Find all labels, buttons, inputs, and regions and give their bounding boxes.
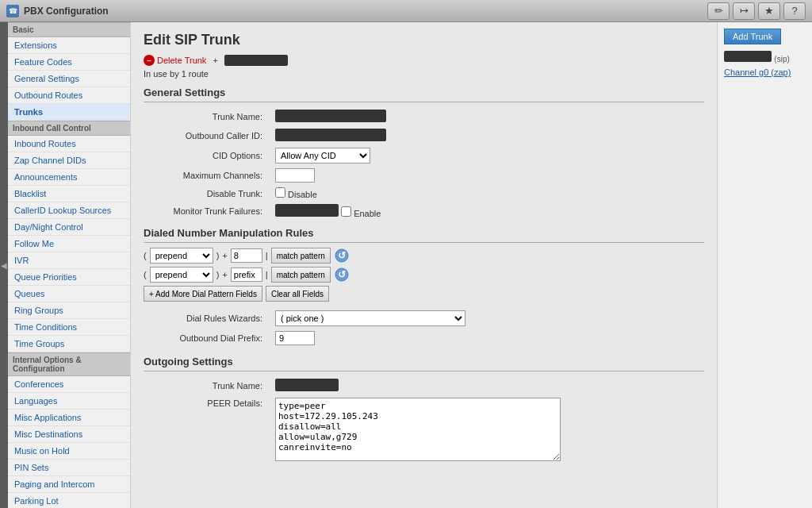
outgoing-settings-table: Trunk Name: PEER Details: (144, 376, 704, 465)
trunk-name-redacted (224, 55, 288, 66)
trunk-zap-link[interactable]: Channel g0 (zap) (724, 67, 806, 77)
sidebar-item-misc-applications[interactable]: Misc Applications (8, 410, 130, 426)
sidebar-item-pin-sets[interactable]: PIN Sets (8, 460, 130, 476)
sidebar-item-feature-codes[interactable]: Feature Codes (8, 54, 130, 71)
in-use-text: In use by 1 route (144, 69, 704, 79)
sidebar-item-zap-channel-dids[interactable]: Zap Channel DIDs (8, 152, 130, 169)
sidebar-section-internal: Internal Options & Configuration (8, 352, 130, 376)
outbound-cid-value-redacted (275, 129, 386, 141)
rule1-plus: + (222, 251, 227, 260)
trunk-name-value-redacted (275, 110, 386, 122)
sidebar-item-conferences[interactable]: Conferences (8, 376, 130, 393)
sidebar-item-paging-intercom[interactable]: Paging and Intercom (8, 476, 130, 493)
dial-rules-table: Dial Rules Wizards: ( pick one ) Outboun… (144, 308, 704, 348)
rule1-match-pattern-btn[interactable]: match pattern (271, 248, 331, 264)
dial-rule-2: ( prepend prefix match pattern ) + | mat… (144, 267, 704, 283)
delete-trunk-label: Delete Trunk (157, 56, 206, 65)
disable-trunk-row: Disable Trunk: Disable (144, 185, 704, 202)
outbound-cid-row: Outbound Caller ID: (144, 126, 704, 145)
sidebar-item-trunks[interactable]: Trunks (8, 104, 130, 121)
sidebar-item-outbound-routes[interactable]: Outbound Routes (8, 87, 130, 104)
rule2-value-input[interactable] (231, 267, 262, 282)
page-title: Edit SIP Trunk (144, 32, 704, 48)
disable-trunk-check-label: Disable (288, 190, 317, 199)
rule1-close-paren: ) (216, 251, 220, 260)
dial-rule-1: ( prepend prefix match pattern ) + | mat… (144, 248, 704, 264)
rule2-pipe: | (266, 270, 268, 279)
sidebar-item-callerid-lookup[interactable]: CallerID Lookup Sources (8, 202, 130, 219)
cid-options-label: CID Options: (144, 145, 270, 166)
delete-icon: – (144, 55, 155, 66)
sidebar-item-time-groups[interactable]: Time Groups (8, 336, 130, 352)
rule2-delete-icon[interactable]: ↺ (334, 267, 350, 283)
sidebar-item-time-conditions[interactable]: Time Conditions (8, 319, 130, 336)
app-icon: ☎ (6, 5, 19, 17)
trunk-name-row: Trunk Name: (144, 107, 704, 126)
sidebar-item-queues[interactable]: Queues (8, 286, 130, 302)
sidebar-item-blacklist[interactable]: Blacklist (8, 186, 130, 202)
sidebar-item-ring-groups[interactable]: Ring Groups (8, 302, 130, 319)
outgoing-trunk-name-redacted (275, 379, 339, 391)
dial-rules-wizard-row: Dial Rules Wizards: ( pick one ) (144, 308, 704, 329)
monitor-failures-checkbox[interactable] (341, 206, 351, 217)
clear-all-fields-button[interactable]: Clear all Fields (266, 286, 329, 302)
rule2-type-select[interactable]: prepend prefix match pattern (150, 267, 213, 283)
outbound-cid-label: Outbound Caller ID: (144, 126, 270, 145)
outbound-dial-prefix-label: Outbound Dial Prefix: (144, 329, 270, 348)
delete-trunk-row: – Delete Trunk + (144, 55, 704, 66)
title-bar-text: PBX Configuration (24, 6, 109, 17)
cid-options-select[interactable]: Allow Any CID Block Foreign CIDs Force T… (275, 148, 370, 164)
edit-icon-btn[interactable]: ✏ (707, 2, 730, 20)
sidebar-item-ivr[interactable]: IVR (8, 252, 130, 269)
sidebar-item-parking-lot[interactable]: Parking Lot (8, 493, 130, 508)
peer-details-textarea[interactable] (275, 398, 561, 461)
sidebar-item-misc-destinations[interactable]: Misc Destinations (8, 426, 130, 443)
content-area: Edit SIP Trunk – Delete Trunk + In use b… (131, 22, 717, 508)
star-icon-btn[interactable]: ★ (758, 2, 780, 20)
trunk-sip-redacted (724, 51, 772, 62)
outgoing-settings-header: Outgoing Settings (144, 356, 704, 371)
dial-rules-wizard-select[interactable]: ( pick one ) (275, 310, 465, 326)
disable-trunk-checkbox[interactable] (275, 187, 285, 198)
rule1-delete-icon[interactable]: ↺ (334, 248, 350, 264)
rule2-open-paren: ( (144, 270, 147, 279)
sidebar-item-general-settings[interactable]: General Settings (8, 71, 130, 87)
outbound-dial-prefix-input[interactable] (275, 331, 315, 345)
rule2-match-pattern-btn[interactable]: match pattern (271, 267, 331, 283)
rule1-type-select[interactable]: prepend prefix match pattern (150, 248, 213, 264)
title-bar: ☎ PBX Configuration ✏ ↦ ★ ? (0, 0, 812, 22)
export-icon-btn[interactable]: ↦ (733, 2, 755, 20)
sidebar-item-languages[interactable]: Languages (8, 393, 130, 410)
trunk-sip-label: (sip) (774, 55, 789, 64)
sidebar-item-follow-me[interactable]: Follow Me (8, 236, 130, 252)
monitor-failures-label: Monitor Trunk Failures: (144, 202, 270, 221)
rule1-open-paren: ( (144, 251, 147, 260)
peer-details-label: PEER Details: (144, 395, 270, 465)
add-trunk-button[interactable]: Add Trunk (724, 29, 781, 44)
add-more-fields-button[interactable]: + Add More Dial Pattern Fields (144, 286, 262, 302)
main-container: ◀ Basic Extensions Feature Codes General… (0, 22, 812, 508)
rule2-plus: + (222, 270, 227, 279)
delete-trunk-button[interactable]: – Delete Trunk (144, 55, 206, 66)
general-settings-table: Trunk Name: Outbound Caller ID: CID Opti… (144, 107, 704, 221)
sidebar-item-music-on-hold[interactable]: Music on Hold (8, 443, 130, 460)
max-channels-input[interactable] (275, 168, 315, 183)
sidebar-item-announcements[interactable]: Announcements (8, 169, 130, 186)
sidebar-item-queue-priorities[interactable]: Queue Priorities (8, 269, 130, 286)
delete-plus: + (213, 56, 217, 65)
left-arrow[interactable]: ◀ (0, 22, 8, 508)
trunk-sip-item: (sip) (724, 51, 806, 64)
sidebar-item-extensions[interactable]: Extensions (8, 37, 130, 54)
sidebar-item-day-night[interactable]: Day/Night Control (8, 219, 130, 236)
svg-text:↺: ↺ (338, 269, 346, 280)
svg-text:↺: ↺ (338, 250, 346, 261)
peer-details-row: PEER Details: (144, 395, 704, 465)
general-settings-header: General Settings (144, 87, 704, 102)
dial-rules-wizard-label: Dial Rules Wizards: (144, 308, 270, 329)
rule1-value-input[interactable] (231, 248, 262, 263)
help-icon-btn[interactable]: ? (783, 2, 806, 20)
monitor-failures-check-label: Enable (354, 209, 381, 218)
title-bar-controls: ✏ ↦ ★ ? (707, 2, 806, 20)
sidebar-item-inbound-routes[interactable]: Inbound Routes (8, 136, 130, 152)
trunk-name-label: Trunk Name: (144, 107, 270, 126)
